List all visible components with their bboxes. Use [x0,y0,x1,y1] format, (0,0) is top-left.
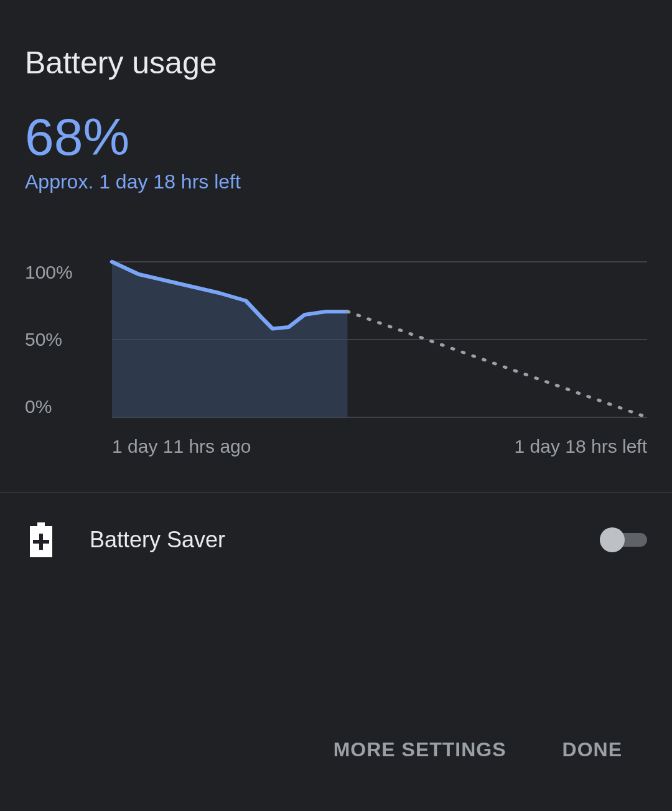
battery-percentage: 68% [25,111,647,163]
y-axis-labels: 100% 50% 0% [25,262,73,417]
battery-chart-svg [112,262,647,417]
battery-plus-icon [30,522,52,557]
page-title: Battery usage [25,45,647,81]
svg-rect-4 [37,522,45,526]
more-settings-button[interactable]: MORE SETTINGS [334,738,506,761]
battery-saver-toggle[interactable] [600,527,647,552]
y-tick-label: 50% [25,329,73,350]
battery-saver-label: Battery Saver [90,527,562,553]
battery-chart: 100% 50% 0% 1 day 11 hrs ago 1 day 18 hr… [0,218,672,492]
time-remaining: Approx. 1 day 18 hrs left [25,170,647,193]
y-tick-label: 100% [25,262,73,283]
x-label-start: 1 day 11 hrs ago [112,436,251,457]
y-tick-label: 0% [25,396,73,417]
svg-line-3 [347,312,647,417]
x-label-end: 1 day 18 hrs left [515,436,647,457]
done-button[interactable]: DONE [562,738,622,761]
x-axis-labels: 1 day 11 hrs ago 1 day 18 hrs left [112,436,647,457]
svg-rect-7 [33,540,49,544]
battery-saver-row[interactable]: Battery Saver [0,493,672,587]
